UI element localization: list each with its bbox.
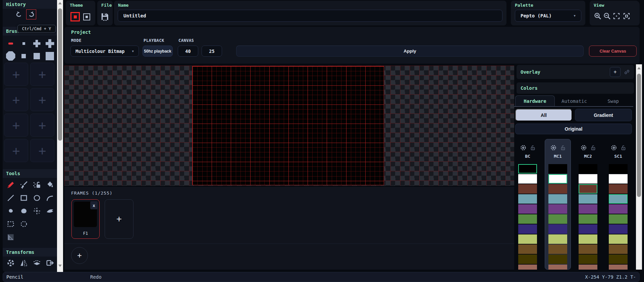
clear-canvas-button[interactable]: Clear Canvas (589, 46, 637, 57)
color-swatch[interactable] (579, 214, 597, 224)
theme-dark-button[interactable] (70, 12, 80, 21)
color-swatch[interactable] (609, 265, 628, 270)
color-swatch[interactable] (579, 244, 597, 254)
spray-tool[interactable] (30, 206, 43, 216)
left-scrollbar-thumb[interactable] (58, 8, 62, 141)
brush-octagon[interactable] (4, 50, 17, 62)
brush-tool[interactable] (17, 180, 30, 190)
canvas-viewport[interactable] (64, 66, 514, 186)
filter-gradient-button[interactable]: Gradient (575, 109, 632, 121)
right-scrollbar[interactable] (636, 64, 642, 270)
select-rect-tool[interactable] (4, 219, 17, 229)
palette-select[interactable]: Pepto (PAL) ▼ (515, 10, 581, 22)
left-scrollbar[interactable] (57, 0, 63, 272)
canvas-height-input[interactable]: 25 (202, 46, 222, 57)
stack-tool[interactable] (30, 259, 43, 267)
color-swatch[interactable] (609, 224, 628, 234)
rectangle-tool[interactable] (17, 193, 30, 203)
tab-swap[interactable]: Swap (594, 95, 633, 107)
filter-all-button[interactable]: All (515, 109, 572, 121)
brush-cross-large[interactable] (43, 38, 56, 49)
fullscreen-button[interactable] (623, 12, 631, 20)
zoom-fit-button[interactable] (612, 12, 621, 20)
pattern-brush-tool[interactable] (43, 206, 56, 216)
lock-open-icon[interactable] (621, 144, 626, 151)
color-swatch[interactable] (518, 164, 537, 173)
color-swatch[interactable] (609, 184, 628, 194)
color-swatch[interactable] (548, 244, 567, 254)
lock-open-icon[interactable] (530, 144, 536, 151)
lock-paint-tool[interactable] (30, 180, 43, 190)
color-swatch[interactable] (548, 214, 567, 224)
color-swatch[interactable] (609, 214, 628, 224)
color-swatch[interactable] (548, 184, 567, 194)
color-swatch[interactable] (518, 224, 537, 234)
flip-tool[interactable] (17, 259, 30, 267)
lock-open-icon[interactable] (590, 144, 596, 151)
empty-brush-slot[interactable]: + (4, 63, 28, 86)
apply-button[interactable]: Apply (236, 46, 584, 57)
color-swatch[interactable] (518, 234, 537, 244)
color-swatch[interactable] (518, 194, 537, 204)
color-swatch[interactable] (548, 174, 567, 184)
color-swatch[interactable] (579, 224, 597, 234)
color-swatch[interactable] (518, 244, 537, 254)
color-swatch[interactable] (548, 204, 567, 214)
color-swatch[interactable] (518, 184, 537, 194)
save-button[interactable] (100, 12, 109, 21)
brush-square-25[interactable] (43, 50, 56, 62)
curve-tool[interactable] (43, 193, 56, 203)
color-swatch[interactable] (518, 265, 537, 270)
color-swatch[interactable] (609, 255, 628, 264)
add-layer-button[interactable]: + (71, 247, 88, 264)
redo-button[interactable] (26, 9, 36, 19)
eye-icon[interactable] (520, 144, 527, 151)
ellipse-tool[interactable] (30, 193, 43, 203)
color-swatch[interactable] (609, 234, 628, 244)
add-frame-button[interactable]: + (105, 199, 133, 239)
color-swatch[interactable] (548, 234, 567, 244)
theme-light-button[interactable] (83, 13, 90, 20)
color-swatch[interactable] (579, 255, 597, 264)
color-swatch[interactable] (609, 204, 628, 214)
color-swatch[interactable] (579, 204, 597, 214)
empty-brush-slot[interactable]: + (4, 139, 28, 162)
empty-brush-slot[interactable]: + (4, 114, 28, 137)
mode-select[interactable]: Multicolour Bitmap ▼ (70, 46, 139, 57)
filled-shape-tool[interactable] (17, 206, 30, 216)
color-swatch[interactable] (548, 255, 567, 264)
original-button[interactable]: Original (515, 124, 632, 134)
color-swatch[interactable] (518, 214, 537, 224)
color-swatch[interactable] (609, 164, 628, 173)
line-tool[interactable] (4, 193, 17, 203)
blob-tool[interactable] (4, 206, 17, 216)
right-scrollbar-thumb[interactable] (637, 74, 641, 197)
tab-automatic[interactable]: Automatic (555, 95, 594, 107)
scroll-up-icon[interactable] (637, 67, 641, 69)
tab-hardware[interactable]: Hardware (515, 95, 555, 107)
eye-icon[interactable] (550, 144, 557, 151)
color-swatch[interactable] (579, 184, 597, 194)
select-ellipse-tool[interactable] (17, 219, 30, 229)
undo-button[interactable] (14, 9, 24, 19)
overlay-add-button[interactable]: + (610, 67, 621, 77)
project-name-input[interactable]: Untitled (118, 10, 502, 22)
frame-close-button[interactable]: x (90, 201, 98, 209)
canvas-width-input[interactable]: 40 (178, 46, 198, 57)
color-swatch[interactable] (579, 174, 597, 184)
empty-brush-slot[interactable]: + (30, 88, 54, 111)
color-swatch[interactable] (548, 224, 567, 234)
gradient-tool[interactable] (4, 232, 17, 242)
drawing-canvas[interactable] (192, 66, 384, 185)
eye-icon[interactable] (580, 144, 587, 151)
brush-small-square[interactable] (17, 38, 30, 49)
color-swatch[interactable] (609, 194, 628, 204)
empty-brush-slot[interactable]: + (30, 63, 54, 86)
color-swatch[interactable] (579, 164, 597, 173)
brush-square-13[interactable] (17, 50, 30, 62)
playback-button[interactable]: 50hz playback (143, 46, 173, 57)
fill-tool[interactable] (43, 180, 56, 190)
color-swatch[interactable] (609, 174, 628, 184)
empty-brush-slot[interactable]: + (4, 88, 28, 111)
frame-card-f1[interactable]: x F1 (71, 199, 100, 239)
